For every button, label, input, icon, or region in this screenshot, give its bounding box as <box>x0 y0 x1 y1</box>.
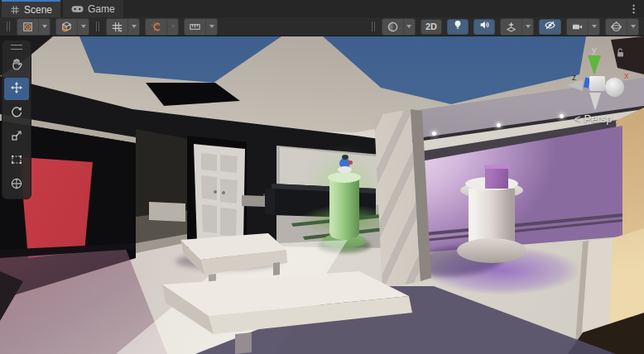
transform-sphere-icon <box>10 177 23 194</box>
tab-overflow-menu-icon[interactable]: ⋮ <box>628 1 639 17</box>
purple-pedestal-base <box>457 238 526 263</box>
projection-text: Persp <box>584 112 613 125</box>
tab-bar: Scene Game ⋮ <box>0 0 644 18</box>
dropdown-arrow-icon[interactable] <box>205 19 217 35</box>
tool-handle-orientation-button[interactable] <box>55 18 89 36</box>
shaded-sphere-icon <box>382 19 403 35</box>
axis-x-sphere[interactable] <box>605 78 624 97</box>
tab-scene[interactable]: Scene <box>2 0 60 17</box>
track-light <box>432 132 436 136</box>
door-knob <box>214 190 217 194</box>
light-bulb-icon <box>452 19 464 34</box>
dropdown-arrow-icon[interactable] <box>627 19 638 35</box>
pivot-square-icon <box>17 19 38 35</box>
figurine-base <box>338 166 352 173</box>
mode-2d-button[interactable]: 2D <box>421 19 442 35</box>
dropdown-arrow-icon[interactable] <box>588 19 599 35</box>
snap-magnet-icon <box>146 19 166 35</box>
hand-icon <box>10 57 23 74</box>
gizmos-menu-button[interactable] <box>605 18 639 36</box>
move-tool-button[interactable] <box>4 78 29 100</box>
tab-scene-label: Scene <box>24 4 52 16</box>
padlock-unlocked-icon[interactable] <box>616 46 625 61</box>
projection-mode-label[interactable]: <Persp <box>574 112 613 125</box>
green-lit-pedestal <box>329 177 359 240</box>
unity-scene-view-window: Scene Game ⋮ <box>0 0 644 354</box>
tab-game[interactable]: Game <box>63 0 123 17</box>
effects-star-icon <box>501 19 521 35</box>
grid-snapping-button[interactable] <box>145 18 179 36</box>
scene-audio-button[interactable] <box>473 19 495 35</box>
increment-snap-button[interactable] <box>184 18 218 36</box>
scene-lighting-button[interactable] <box>447 19 469 35</box>
move-arrows-icon <box>10 81 23 98</box>
ruler-icon <box>185 19 205 35</box>
tools-overlay <box>2 40 31 199</box>
effects-button[interactable] <box>500 18 534 36</box>
axis-neg-y-cone[interactable] <box>589 93 601 111</box>
door-knob <box>222 191 225 194</box>
drag-handle-icon[interactable] <box>96 22 99 31</box>
cube-orange-ring-icon <box>56 19 77 35</box>
dropdown-arrow-icon[interactable] <box>127 19 139 35</box>
drag-handle-icon[interactable] <box>7 22 10 31</box>
green-pedestal-top <box>328 172 361 183</box>
tool-handle-pivot-button[interactable] <box>17 18 50 36</box>
gizmo-center-cube[interactable] <box>589 76 605 91</box>
axis-z-cone[interactable] <box>566 79 583 91</box>
draw-mode-button[interactable] <box>382 18 416 36</box>
figurine-dot <box>348 160 353 165</box>
eye-slash-icon <box>544 19 556 35</box>
dropdown-arrow-icon[interactable] <box>403 19 415 35</box>
tab-game-label: Game <box>88 3 115 15</box>
dropdown-arrow-icon[interactable] <box>521 19 533 35</box>
orbit-sphere-icon <box>606 19 627 35</box>
figurine-cap <box>342 155 348 160</box>
transform-tool-button[interactable] <box>4 174 29 196</box>
drag-handle-icon[interactable] <box>372 22 375 31</box>
axis-y-label: y <box>592 45 597 55</box>
grid-visibility-button[interactable] <box>106 18 140 36</box>
track-light <box>497 123 501 127</box>
rotate-circle-icon <box>10 105 23 122</box>
camera-settings-button[interactable] <box>566 18 600 36</box>
view-tool-button[interactable] <box>4 54 29 76</box>
video-camera-icon <box>567 19 588 35</box>
overlay-drag-handle-icon[interactable] <box>11 45 22 50</box>
rotate-tool-button[interactable] <box>4 102 29 124</box>
speaker-icon <box>478 19 490 34</box>
scene-toolbar: 2D <box>0 17 644 36</box>
toolbar-left-group <box>5 18 218 36</box>
projection-arrow-icon: < <box>574 112 581 125</box>
dropdown-arrow-icon[interactable] <box>38 19 50 35</box>
dropdown-arrow-icon <box>166 19 178 35</box>
purple-cube <box>485 169 508 189</box>
rect-tool-button[interactable] <box>4 150 29 172</box>
mode-2d-label: 2D <box>425 22 437 31</box>
scale-icon <box>10 129 23 146</box>
grid-axis-icon <box>107 19 127 35</box>
axis-y-cone[interactable] <box>588 55 601 75</box>
scene-viewport[interactable] <box>0 36 644 354</box>
toolbar-right-group: 2D <box>370 18 639 36</box>
axis-x-label: x <box>624 70 629 80</box>
dropdown-arrow-icon[interactable] <box>77 19 89 35</box>
scene-grid-icon <box>10 5 20 15</box>
scale-tool-button[interactable] <box>4 126 29 148</box>
rect-dashed-icon <box>10 153 23 170</box>
scene-visibility-button[interactable] <box>539 19 561 35</box>
gamepad-icon <box>71 5 84 13</box>
